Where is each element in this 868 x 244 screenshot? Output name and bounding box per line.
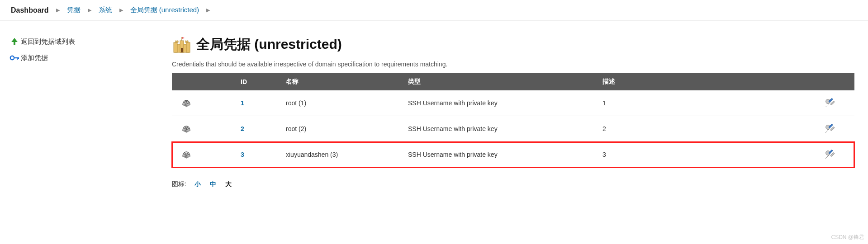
page-title: 全局凭据 (unrestricted) <box>196 35 342 54</box>
page-description: Credentials that should be available irr… <box>172 61 854 68</box>
cell-id[interactable]: 2 <box>235 116 280 142</box>
sidebar-item-add-credential[interactable]: 添加凭据 <box>8 50 167 66</box>
svg-rect-12 <box>830 127 835 131</box>
cell-name: xiuyuandashen (3) <box>280 142 403 168</box>
chevron-right-icon: ▶ <box>83 7 96 13</box>
svg-rect-2 <box>17 57 18 60</box>
cell-name: root (1) <box>280 90 403 116</box>
sidebar-item-back[interactable]: 返回到凭据域列表 <box>8 33 167 50</box>
sidebar-item-label: 返回到凭据域列表 <box>21 38 75 46</box>
cell-type: SSH Username with private key <box>403 142 597 168</box>
icon-size-option[interactable]: 小 <box>194 180 201 188</box>
chevron-right-icon: ▶ <box>202 7 214 13</box>
configure-icon[interactable] <box>818 142 854 168</box>
svg-rect-6 <box>186 42 190 52</box>
configure-icon[interactable] <box>818 90 854 116</box>
icon-size-option[interactable]: 大 <box>225 180 232 188</box>
cell-desc: 3 <box>597 142 818 168</box>
cell-type: SSH Username with private key <box>403 116 597 142</box>
th-icon <box>172 73 235 90</box>
chevron-right-icon: ▶ <box>52 7 64 13</box>
breadcrumb-item-global[interactable]: 全局凭据 (unrestricted) <box>128 6 202 14</box>
th-action <box>818 73 854 90</box>
fingerprint-icon <box>172 116 235 142</box>
breadcrumb-item-dashboard[interactable]: Dashboard <box>8 6 52 14</box>
cell-type: SSH Username with private key <box>403 90 597 116</box>
svg-rect-10 <box>830 101 835 105</box>
sidebar: 返回到凭据域列表 添加凭据 <box>0 21 167 202</box>
breadcrumb: Dashboard ▶ 凭据 ▶ 系统 ▶ 全局凭据 (unrestricted… <box>0 0 868 21</box>
th-name[interactable]: 名称 <box>280 73 403 90</box>
svg-rect-3 <box>18 57 19 59</box>
credentials-table: ID 名称 类型 描述 1root (1)SSH Username with p… <box>172 73 854 168</box>
table-row[interactable]: 3xiuyuandashen (3)SSH Username with priv… <box>172 142 854 168</box>
configure-icon[interactable] <box>818 116 854 142</box>
key-icon <box>8 53 21 62</box>
th-type[interactable]: 类型 <box>403 73 597 90</box>
svg-rect-14 <box>830 152 835 156</box>
table-row[interactable]: 1root (1)SSH Username with private key1 <box>172 90 854 116</box>
svg-point-0 <box>10 56 14 60</box>
breadcrumb-item-system[interactable]: 系统 <box>96 6 115 14</box>
cell-name: root (2) <box>280 116 403 142</box>
fingerprint-icon <box>172 142 235 168</box>
cell-id[interactable]: 3 <box>235 142 280 168</box>
fingerprint-icon <box>172 90 235 116</box>
svg-rect-8 <box>181 48 183 52</box>
main-content: 全局凭据 (unrestricted) Credentials that sho… <box>167 21 868 202</box>
icon-size-selector: 图标: 小中大 <box>172 180 854 188</box>
cell-desc: 2 <box>597 116 818 142</box>
sidebar-item-label: 添加凭据 <box>21 54 48 62</box>
cell-desc: 1 <box>597 90 818 116</box>
castle-icon <box>172 34 192 54</box>
svg-rect-1 <box>14 57 19 58</box>
arrow-up-icon <box>8 37 21 46</box>
icon-size-option[interactable]: 中 <box>210 180 216 188</box>
th-id[interactable]: ID <box>235 73 280 90</box>
breadcrumb-item-credentials[interactable]: 凭据 <box>64 6 83 14</box>
chevron-right-icon: ▶ <box>115 7 128 13</box>
th-desc[interactable]: 描述 <box>597 73 818 90</box>
svg-rect-5 <box>174 42 177 52</box>
table-row[interactable]: 2root (2)SSH Username with private key2 <box>172 116 854 142</box>
cell-id[interactable]: 1 <box>235 90 280 116</box>
table-header-row: ID 名称 类型 描述 <box>172 73 854 90</box>
icon-size-label: 图标: <box>172 180 186 188</box>
